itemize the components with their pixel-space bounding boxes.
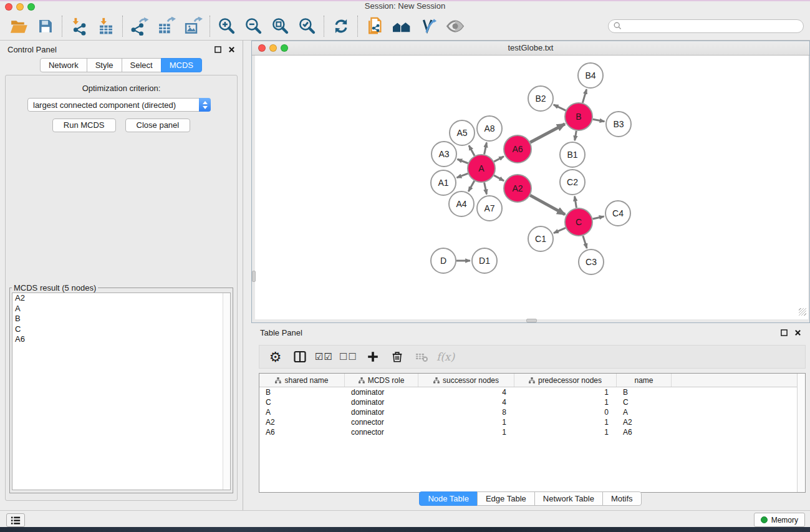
mcds-result-item[interactable]: A2 [12,293,230,304]
column-header-name[interactable]: name [617,374,672,387]
run-mcds-button[interactable]: Run MCDS [52,118,116,132]
export-image-button[interactable] [180,14,206,39]
first-neighbors-button[interactable] [361,14,388,39]
graph-edge-A-A1 [457,173,468,178]
mcds-result-group: MCDS result (5 nodes) A2ABCA6 [9,283,233,493]
graph-node-A1[interactable]: A1 [431,170,456,195]
graph-node-C3[interactable]: C3 [579,249,604,274]
mcds-result-item[interactable]: B [12,314,230,324]
table-scrollbar[interactable] [797,374,805,492]
mcds-list-scrollbar[interactable] [223,293,230,490]
graph-node-B2[interactable]: B2 [528,86,553,111]
add-column-button[interactable] [360,346,385,368]
desktop-background [0,527,810,532]
open-session-button[interactable] [5,14,32,39]
column-header-MCDS-role[interactable]: MCDS role [345,374,418,387]
graph-node-A5[interactable]: A5 [450,120,475,145]
column-header-successor-nodes[interactable]: successor nodes [418,374,514,387]
graph-node-A3[interactable]: A3 [432,142,456,167]
graph-node-D[interactable]: D [431,248,456,273]
tab-mcds[interactable]: MCDS [161,58,202,72]
tab-style[interactable]: Style [87,58,122,72]
network-window: testGlobe.txt B4B2BB3A5A8A6A3AB1A1A2C2A4… [251,41,810,323]
toolbar-separator [357,16,358,37]
close-panel-icon[interactable] [228,46,235,53]
graphics-details-button[interactable] [415,14,441,39]
table-cell: dominator [345,398,418,407]
graph-node-D1[interactable]: D1 [472,248,497,273]
table-row[interactable]: Bdominator41B [259,387,805,397]
graph-node-B3[interactable]: B3 [606,112,631,137]
graph-node-A[interactable]: A [468,155,495,182]
export-table-button[interactable] [153,14,180,39]
zoom-selected-button[interactable] [294,14,321,39]
tab-motifs[interactable]: Motifs [602,491,642,506]
table-row[interactable]: A6connector11A6 [259,427,805,437]
tab-select[interactable]: Select [122,58,162,72]
home-button[interactable] [388,14,415,39]
criterion-dropdown[interactable]: largest connected component (directed) [27,98,211,112]
float-panel-icon[interactable] [215,46,221,53]
search-input[interactable] [608,19,804,33]
network-canvas[interactable]: B4B2BB3A5A8A6A3AB1A1A2C2A4A7CC4C1C3DD1 [255,56,808,319]
column-header-shared-name[interactable]: shared name [259,374,345,387]
save-session-button[interactable] [32,14,59,39]
svg-text:C: C [576,217,582,227]
tab-network-table[interactable]: Network Table [534,491,603,506]
graph-node-A2[interactable]: A2 [504,175,531,202]
mcds-result-item[interactable]: C [12,324,230,335]
graph-node-A4[interactable]: A4 [449,191,474,216]
window-resize-grip[interactable] [799,308,806,316]
table-row[interactable]: Cdominator41C [259,397,805,407]
refresh-button[interactable] [327,14,354,39]
mcds-result-item[interactable]: A [12,304,230,314]
svg-text:A1: A1 [438,178,448,188]
unselect-all-button[interactable]: ☐☐ [336,346,360,368]
table-cell: 1 [418,418,514,427]
tab-network[interactable]: Network [40,58,87,72]
tab-node-table[interactable]: Node Table [419,491,478,506]
select-all-button[interactable]: ☑☑ [312,346,336,368]
zoom-fit-button[interactable] [267,14,294,39]
show-hide-panel-button[interactable] [441,14,468,39]
graph-node-A6[interactable]: A6 [504,135,531,163]
svg-text:C1: C1 [535,234,546,244]
import-table-button[interactable] [92,14,119,39]
mcds-result-item[interactable]: A6 [12,334,230,345]
column-header-predecessor-nodes[interactable]: predecessor nodes [514,374,617,387]
network-window-titlebar[interactable]: testGlobe.txt [252,41,809,56]
svg-text:A4: A4 [456,199,466,209]
network-vertical-scrollbar[interactable] [252,271,256,282]
export-network-button[interactable] [126,14,153,39]
graph-node-C[interactable]: C [565,208,592,236]
graph-node-C4[interactable]: C4 [605,201,630,226]
task-history-button[interactable] [6,513,25,527]
toolbar-separator [210,16,210,37]
delete-column-button[interactable] [385,346,409,368]
zoom-in-button[interactable] [213,14,240,39]
zoom-out-button[interactable] [240,14,267,39]
graph-node-A8[interactable]: A8 [477,116,502,141]
graph-node-C1[interactable]: C1 [528,226,553,251]
graph-node-B4[interactable]: B4 [578,63,603,88]
graph-node-C2[interactable]: C2 [560,170,585,195]
table-options-button[interactable]: ⚙ [263,346,287,368]
graph-node-A7[interactable]: A7 [477,196,502,221]
delete-table-button[interactable] [409,346,433,368]
table-row[interactable]: A2connector11A2 [259,417,805,427]
network-horizontal-scrollbar[interactable] [526,319,537,322]
close-panel-icon[interactable] [794,329,801,336]
graph-node-B1[interactable]: B1 [560,142,585,167]
show-columns-button[interactable] [287,346,312,368]
table-row[interactable]: Adominator80A [259,407,805,417]
graph-edge-A6-B [530,124,565,143]
tab-edge-table[interactable]: Edge Table [477,491,535,506]
memory-button[interactable]: Memory [754,513,805,527]
function-builder-button[interactable]: f(x) [433,346,458,368]
close-panel-button[interactable]: Close panel [125,118,191,132]
mcds-panel: Optimization criterion: largest connecte… [5,75,238,501]
graph-node-B[interactable]: B [565,103,592,130]
import-network-button[interactable] [65,14,92,39]
list-icon [11,516,21,525]
float-panel-icon[interactable] [781,329,788,336]
